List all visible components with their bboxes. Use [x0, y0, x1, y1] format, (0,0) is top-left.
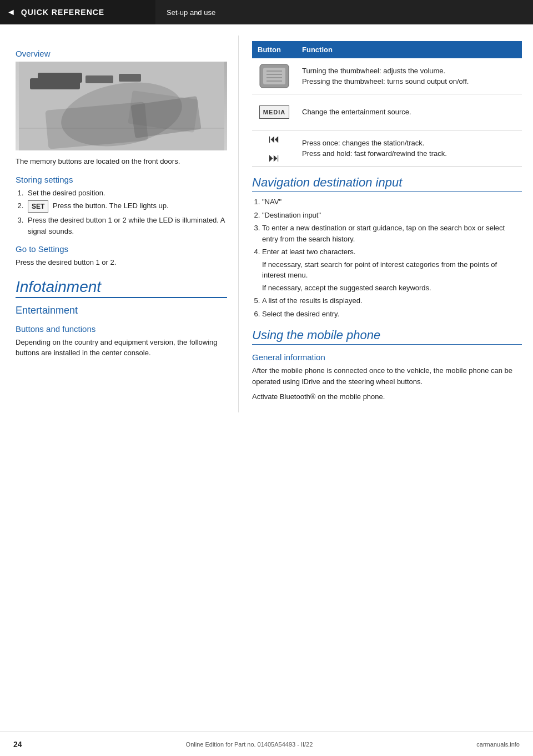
function-cell-skip: Press once: changes the station/track. P… [296, 130, 522, 167]
header-section-label: ◄ QUICK REFERENCE [0, 0, 155, 24]
right-column: Button Function [239, 36, 533, 412]
button-cell-thumbwheel [252, 58, 296, 94]
function-cell-thumbwheel: Turning the thumbwheel: adjusts the volu… [296, 58, 522, 94]
goto-settings-body: Press the desired button 1 or 2. [16, 257, 227, 268]
buttons-functions-heading: Buttons and functions [16, 324, 227, 334]
page-subtitle: Set-up and use [167, 8, 215, 17]
storing-settings-heading: Storing settings [16, 175, 227, 184]
page-footer: 24 Online Edition for Part no. 01405A544… [0, 732, 533, 756]
table-col-function: Function [296, 41, 522, 58]
footer-edition-text: Online Edition for Part no. 01405A54493 … [186, 741, 313, 748]
section-title: QUICK REFERENCE [21, 8, 104, 17]
nav-step-6: Select the desired entry. [262, 309, 522, 320]
function-table: Button Function [252, 41, 522, 167]
thumbwheel-icon [258, 63, 291, 89]
set-button-icon: SET [28, 200, 48, 213]
nav-step-2: "Destination input" [262, 210, 522, 221]
storing-steps-list: Set the desired position. SET Press the … [16, 188, 227, 237]
overview-body: The memory buttons are located on the fr… [16, 156, 227, 167]
entertainment-heading: Entertainment [16, 305, 227, 316]
storing-step-2: SET Press the button. The LED lights up. [26, 200, 227, 213]
button-cell-media: MEDIA [252, 94, 296, 130]
nav-steps-list: "NAV" "Destination input" To enter a new… [252, 196, 522, 319]
svg-rect-1 [30, 78, 80, 89]
skip-next-symbol: ⏭ [269, 149, 280, 166]
svg-rect-3 [119, 74, 141, 82]
buttons-functions-body: Depending on the country and equipment v… [16, 337, 227, 359]
skip-prev-icon: ⏮ ⏭ [258, 135, 291, 162]
car-interior-svg [19, 62, 224, 150]
main-content: Overview The memory buttons are located … [0, 24, 533, 446]
nav-destination-heading: Navigation destination input [252, 175, 522, 192]
table-row: ⏮ ⏭ Press once: changes the station/trac… [252, 130, 522, 167]
storing-step-3: Press the desired button 1 or 2 while th… [26, 215, 227, 236]
skip-prev-symbol: ⏮ [269, 130, 280, 147]
button-cell-skip: ⏮ ⏭ [252, 130, 296, 167]
svg-rect-6 [128, 90, 198, 133]
nav-step-3: To enter a new destination or start guid… [262, 223, 522, 244]
overview-heading: Overview [16, 49, 227, 58]
general-info-heading: General information [252, 352, 522, 362]
overview-image [16, 62, 227, 150]
thumbwheel-svg [259, 63, 290, 89]
table-row: MEDIA Change the entertainment source. [252, 94, 522, 130]
svg-rect-2 [86, 75, 113, 83]
nav-step-4-sub1: If necessary, start search for point of … [262, 259, 522, 281]
nav-step-4: Enter at least two characters. If necess… [262, 246, 522, 293]
mobile-phone-heading: Using the mobile phone [252, 328, 522, 345]
table-col-button: Button [252, 41, 296, 58]
nav-step-5: A list of the results is displayed. [262, 295, 522, 306]
nav-step-4-sub2: If necessary, accept the suggested searc… [262, 283, 522, 294]
footer-brand: carmanuals.info [476, 741, 520, 748]
left-column: Overview The memory buttons are located … [0, 36, 239, 412]
back-arrow-icon: ◄ [7, 7, 16, 17]
infotainment-heading: Infotainment [16, 278, 227, 298]
general-info-body-1: After the mobile phone is connected once… [252, 365, 522, 387]
page-number: 24 [13, 740, 22, 749]
media-button-icon: MEDIA [258, 99, 291, 125]
media-label-text: MEDIA [259, 105, 289, 119]
page-header: ◄ QUICK REFERENCE Set-up and use [0, 0, 533, 24]
svg-rect-9 [263, 68, 285, 84]
goto-settings-heading: Go to Settings [16, 244, 227, 254]
function-cell-media: Change the entertainment source. [296, 94, 522, 130]
table-row: Turning the thumbwheel: adjusts the volu… [252, 58, 522, 94]
general-info-body-2: Activate Bluetooth® on the mobile phone. [252, 391, 522, 402]
header-subtitle-area: Set-up and use [155, 0, 533, 24]
storing-step-1: Set the desired position. [26, 188, 227, 199]
nav-step-1: "NAV" [262, 196, 522, 208]
